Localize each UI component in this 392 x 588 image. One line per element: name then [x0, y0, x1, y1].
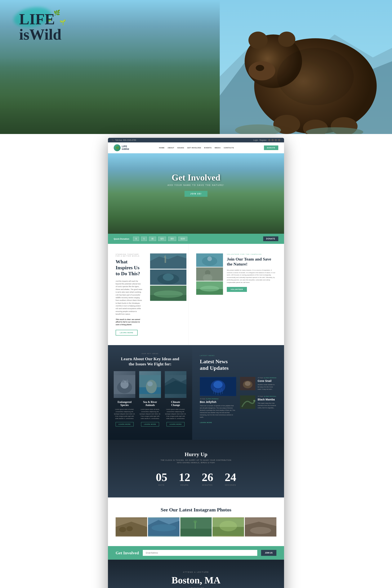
donate-submit-button[interactable]: DONATE [263, 236, 278, 241]
countdown-minutes: 26 MINUTES [202, 472, 213, 486]
key-ideas-section: OUR KEY IDEAS Learn About Our Key Ideas … [108, 345, 192, 440]
hero-section: LIFE isWild 🌿 🍃 🌱 [0, 0, 392, 134]
nav-donate-button[interactable]: DONATE [264, 146, 278, 150]
join-images [196, 254, 223, 295]
svg-point-33 [200, 286, 219, 292]
register-link[interactable]: Register [260, 139, 267, 141]
nav-logo: 🌿 LIFEisWild [114, 144, 129, 151]
svg-marker-67 [180, 529, 212, 536]
navigation: 🌿 LIFEisWild HOME ABOUT ISSUES GET INVOL… [108, 142, 284, 153]
news-title-jellyfish: Box Jellyfish [200, 400, 236, 404]
hurry-up-subtitle: THE CLOCK IS TICKING, SO HURRY UP TO MAK… [116, 459, 276, 464]
instagram-title: See Our Latest Instagram Photos [116, 507, 276, 513]
nav-events[interactable]: EVENTS [204, 147, 212, 149]
idea-card-1: EndangeredSpecies Lorem ipsum dolor sit … [114, 371, 135, 426]
news-meta-snail: 16 Sept. by Mark McMahan [258, 377, 276, 378]
donation-amount-5-dollar[interactable]: $5 [149, 236, 156, 241]
toll-free-area: 📞 Toll-free: 800-2345-6789 [112, 139, 136, 141]
inspire-images [150, 244, 188, 345]
two-column-section: STANDING TOGETHER FOR A BETTER WORLD Wha… [108, 244, 284, 345]
svg-point-5 [248, 32, 268, 49]
news-text-snail: Another ocean dweller to be wary of is t… [258, 384, 276, 390]
instagram-img-4[interactable] [212, 517, 244, 536]
svg-point-61 [119, 527, 126, 532]
wolf-image [114, 371, 135, 398]
idea-learn-btn-3[interactable]: LEARN MORE [166, 422, 184, 426]
hero-logo-area: LIFE isWild [19, 12, 62, 42]
read-more-jellyfish[interactable]: LEARN MORE [200, 422, 212, 424]
social-dot-4[interactable] [278, 139, 280, 141]
donation-label: Quick Donation [114, 238, 129, 240]
hero-logo: LIFE isWild [19, 12, 62, 42]
nav-get-involved[interactable]: GET INVOLVED [187, 147, 201, 149]
news-title: Latest Newsand Updates [200, 358, 276, 371]
bear-image [220, 0, 392, 134]
inspire-image-1 [150, 254, 186, 269]
top-bar: 📞 Toll-free: 800-2345-6789 Login Registe… [108, 138, 284, 142]
donation-amount-5[interactable]: 5 [141, 236, 147, 241]
nav-media[interactable]: MEDIA [214, 147, 221, 149]
instagram-img-1[interactable] [116, 517, 147, 536]
countdown-minutes-label: MINUTES [202, 484, 213, 486]
donation-dollar-sign[interactable]: $ [133, 236, 139, 241]
svg-point-75 [250, 527, 271, 534]
nav-logo-icon: 🌿 [114, 144, 120, 151]
svg-point-24 [154, 290, 183, 298]
countdown-hours-label: HOURS [179, 484, 190, 486]
svg-point-65 [152, 524, 176, 531]
svg-point-27 [207, 256, 212, 261]
news-text-mamba: This super easy-four mia harmless from t… [258, 402, 276, 409]
instagram-section: See Our Latest Instagram Photos [108, 498, 284, 546]
svg-point-42 [148, 382, 153, 386]
climate-image [165, 371, 186, 398]
join-image-3 [196, 281, 223, 295]
instagram-img-5[interactable] [245, 517, 276, 536]
instagram-grid [116, 517, 276, 536]
social-dot-3[interactable] [275, 139, 277, 141]
nav-home[interactable]: HOME [159, 147, 164, 149]
svg-point-62 [126, 526, 133, 531]
nav-issues[interactable]: ISSUES [177, 147, 184, 149]
get-involved-email-input[interactable] [143, 550, 257, 556]
nav-contacts[interactable]: CONTACTS [224, 147, 234, 149]
donation-amount-50[interactable]: $50 [168, 236, 176, 241]
jellyfish-image [200, 377, 236, 396]
instagram-img-2[interactable] [148, 517, 180, 536]
countdown-seconds: 24 SECONDS [225, 472, 236, 486]
svg-point-8 [256, 65, 264, 71]
idea-learn-btn-1[interactable]: LEARN MORE [116, 422, 134, 426]
donation-amount-25[interactable]: $25 [158, 236, 166, 241]
donation-amount-100[interactable]: $100 [178, 236, 188, 241]
idea-learn-btn-2[interactable]: LEARN MORE [141, 422, 159, 426]
key-ideas-pretitle: OUR KEY IDEAS [114, 353, 186, 354]
what-inspires-pretitle: STANDING TOGETHER FOR A BETTER WORLD [116, 254, 142, 257]
join-team-section: VOLUNTEER FOR THE CAMPAIGN Join Our Team… [188, 244, 284, 345]
key-ideas-grid: EndangeredSpecies Lorem ipsum dolor sit … [114, 371, 186, 426]
idea-text-3: Lorem ipsum dolor sit amet, consectetur … [165, 408, 186, 420]
boston-city: Boston, MA [116, 574, 276, 586]
join-us-button[interactable]: JOIN US! [184, 191, 207, 197]
learn-more-button[interactable]: LEARN MORE [116, 330, 138, 336]
hero-subtitle: ADD YOUR NAME TO SAVE THE NATURE! [108, 184, 284, 186]
social-dot-1[interactable] [268, 139, 270, 141]
snail-image [240, 377, 255, 390]
get-involved-submit-button[interactable]: JOIN US [261, 550, 276, 556]
countdown-days: 05 DAYS [156, 472, 167, 486]
countdown-hours-num: 12 [179, 472, 190, 483]
browser-window: 📞 Toll-free: 800-2345-6789 Login Registe… [108, 138, 284, 588]
idea-card-2: Sea & RiverAnimals Lorem ipsum dolor sit… [139, 371, 161, 426]
news-meta-mamba: 16 Sept. by Mark McKohen [258, 396, 276, 397]
social-dot-2[interactable] [272, 139, 274, 141]
volunteer-button[interactable]: VOLUNTEER [227, 287, 247, 292]
svg-rect-17 [164, 258, 166, 263]
inspire-image-2 [150, 270, 186, 285]
instagram-img-3[interactable] [180, 517, 212, 536]
social-links [268, 139, 280, 141]
what-inspires-text1: And the impacts will reach far beyond th… [116, 280, 142, 316]
top-bar-right: Login Register [253, 139, 280, 141]
news-card-snail: 16 Sept. by Mark McMahan Cone Snail Anot… [240, 377, 276, 392]
svg-point-21 [163, 274, 174, 281]
login-link[interactable]: Login [253, 139, 258, 141]
nav-about[interactable]: ABOUT [168, 147, 174, 149]
key-ideas-title: Learn About Our Key Ideas andthe Issues … [114, 356, 186, 366]
